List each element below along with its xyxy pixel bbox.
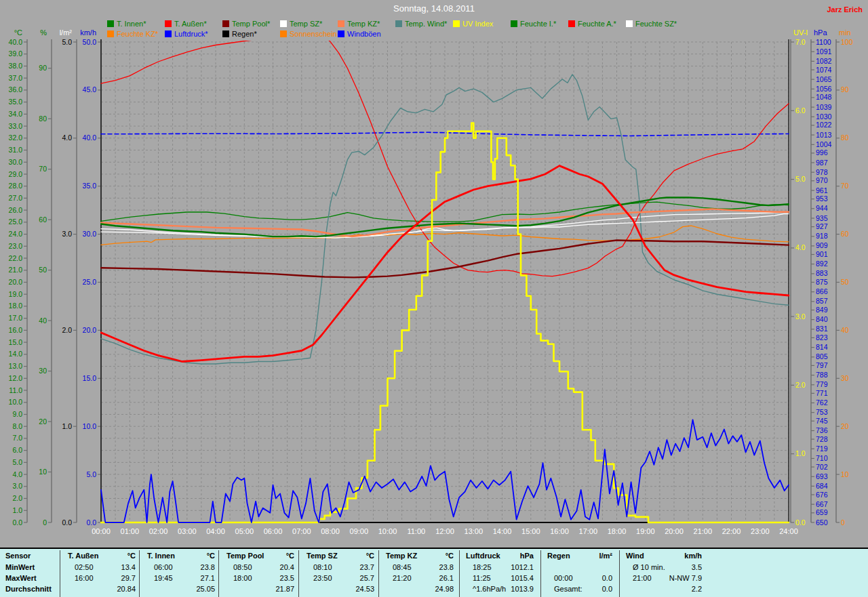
axis-tick-label-lm2: 3.0 — [62, 230, 72, 238]
x-axis-tick-label: 05:00 — [235, 527, 254, 535]
legend-swatch-icon — [107, 20, 114, 27]
legend-label: UV Index — [462, 20, 493, 28]
axis-tick-label-c: 29.0 — [9, 170, 23, 178]
axis-tick-label-uv: 6.0 — [795, 106, 806, 115]
axis-tick-label-hpa: 996 — [816, 148, 828, 157]
legend-label: Sonnenschein — [290, 30, 337, 38]
axis-tick-label-pct: 70 — [39, 165, 47, 173]
axis-tick-label-hpa: 788 — [816, 371, 828, 379]
axis-tick-label-min: 90 — [841, 85, 849, 94]
table-col-unit: °C — [383, 552, 454, 560]
axis-tick-label-uv: 7.0 — [795, 38, 806, 46]
table-column-divider — [218, 550, 219, 597]
axis-tick-label-hpa: 840 — [816, 315, 828, 323]
axis-tick-label-c: 14.0 — [9, 350, 23, 358]
table-cell-avg-value: 25.05 — [144, 585, 215, 593]
weather-chart-plot: 40.039.038.037.036.035.034.033.032.031.0… — [0, 0, 868, 548]
x-axis-tick-label: 03:00 — [178, 527, 197, 535]
axis-tick-label-c: 38.0 — [9, 62, 23, 70]
legend-swatch-icon — [280, 20, 287, 27]
legend-item-t-innen: T. Innen* — [107, 19, 165, 28]
axis-tick-label-hpa: 719 — [816, 445, 828, 453]
table-cell-max-value: N-NW 7.9 — [623, 574, 702, 582]
axis-tick-label-hpa: 1065 — [816, 75, 832, 83]
axis-tick-label-hpa: 667 — [816, 500, 828, 508]
axis-header-pct: % — [40, 28, 47, 37]
table-cell-max-value: 23.5 — [224, 574, 294, 582]
axis-tick-label-hpa: 978 — [816, 168, 828, 176]
axis-tick-label-c: 1.0 — [12, 506, 22, 514]
table-cell-avg-value: 2.2 — [623, 585, 702, 593]
legend-label: Feuchte KZ* — [117, 30, 158, 38]
axis-tick-label-c: 15.0 — [9, 338, 23, 346]
table-col-unit: l/m² — [545, 552, 612, 560]
axis-tick-label-min: 30 — [841, 374, 849, 382]
axis-header-min: min — [839, 28, 851, 37]
axis-tick-label-c: 24.0 — [9, 230, 23, 238]
x-axis-tick-label: 02:00 — [149, 527, 168, 535]
axis-tick-label-kmh: 15.0 — [83, 374, 97, 382]
axis-tick-label-min: 10 — [841, 470, 849, 478]
axis-tick-label-min: 70 — [841, 182, 849, 190]
axis-tick-label-min: 60 — [841, 230, 849, 238]
axis-tick-label-c: 36.0 — [9, 85, 23, 94]
axis-tick-label-kmh: 10.0 — [83, 422, 97, 430]
axis-tick-label-lm2: 5.0 — [62, 38, 72, 46]
axis-tick-label-hpa: 1074 — [816, 66, 832, 74]
legend-swatch-icon — [626, 20, 633, 27]
axis-tick-label-pct: 20 — [39, 417, 47, 426]
axis-tick-label-c: 40.0 — [9, 38, 23, 46]
x-axis-tick-label: 17:00 — [579, 527, 598, 535]
x-axis-tick-label: 22:00 — [722, 527, 741, 535]
table-row-label: MinWert — [5, 563, 35, 571]
table-cell-avg-value: 24.53 — [304, 585, 374, 593]
table-cell-min-value: 20.4 — [224, 563, 294, 571]
table-cell-avg-value: 24.98 — [383, 585, 454, 593]
axis-tick-label-hpa: 901 — [816, 250, 828, 258]
axis-tick-label-hpa: 857 — [816, 297, 828, 305]
axis-tick-label-kmh: 25.0 — [83, 278, 97, 286]
legend-swatch-icon — [338, 20, 344, 27]
axis-tick-label-hpa: 875 — [816, 278, 828, 286]
axis-tick-label-c: 25.0 — [9, 218, 23, 226]
axis-tick-label-hpa: 814 — [816, 343, 828, 351]
axis-tick-label-hpa: 892 — [816, 260, 828, 268]
axis-tick-label-kmh: 35.0 — [83, 182, 97, 190]
axis-tick-label-hpa: 1091 — [816, 47, 832, 56]
axis-tick-label-hpa: 693 — [816, 472, 828, 480]
legend-swatch-icon — [107, 30, 114, 37]
legend-swatch-icon — [568, 20, 575, 27]
axis-tick-label-c: 18.0 — [9, 302, 23, 310]
x-axis-tick-label: 01:00 — [121, 527, 140, 535]
legend-item-temp-pool: Temp Pool* — [222, 19, 280, 28]
legend-item-temp-wind: Temp. Wind* — [395, 19, 453, 28]
legend-label: Feuchte SZ* — [635, 20, 677, 28]
table-col-unit: °C — [224, 552, 294, 560]
legend-swatch-icon — [338, 30, 344, 37]
axis-tick-label-hpa: 927 — [816, 222, 828, 230]
axis-tick-label-pct: 90 — [39, 64, 47, 72]
x-axis-tick-label: 20:00 — [665, 527, 684, 535]
axis-tick-label-uv: 0.0 — [795, 518, 806, 527]
table-column-divider — [378, 550, 379, 597]
legend-label: Regen* — [232, 30, 257, 38]
table-cell-max-value: 1015.4 — [463, 574, 534, 582]
x-axis-tick-label: 04:00 — [206, 527, 225, 535]
table-cell-max-value: 26.1 — [383, 574, 454, 582]
table-cell-min-value: 3.5 — [623, 563, 702, 571]
axis-header-kmh: km/h — [80, 28, 96, 37]
axis-tick-label-c: 12.0 — [9, 374, 23, 382]
axis-tick-label-c: 7.0 — [12, 434, 22, 442]
axis-tick-label-hpa: 1100 — [816, 38, 831, 46]
axis-tick-label-hpa: 650 — [816, 518, 828, 527]
axis-tick-label-lm2: 2.0 — [62, 326, 72, 334]
legend-item-sonnenschein: Sonnenschein — [280, 29, 338, 38]
legend-swatch-icon — [280, 30, 287, 37]
axis-tick-label-min: 50 — [841, 278, 849, 286]
summary-table: SensorMinWertMaxWertDurchschnittT. Außen… — [0, 548, 868, 597]
axis-tick-label-hpa: 944 — [816, 204, 828, 212]
axis-tick-label-hpa: 970 — [816, 176, 828, 184]
legend-swatch-icon — [395, 20, 402, 27]
table-cell-avg-value: 0.0 — [545, 585, 612, 593]
legend-swatch-icon — [222, 30, 229, 37]
